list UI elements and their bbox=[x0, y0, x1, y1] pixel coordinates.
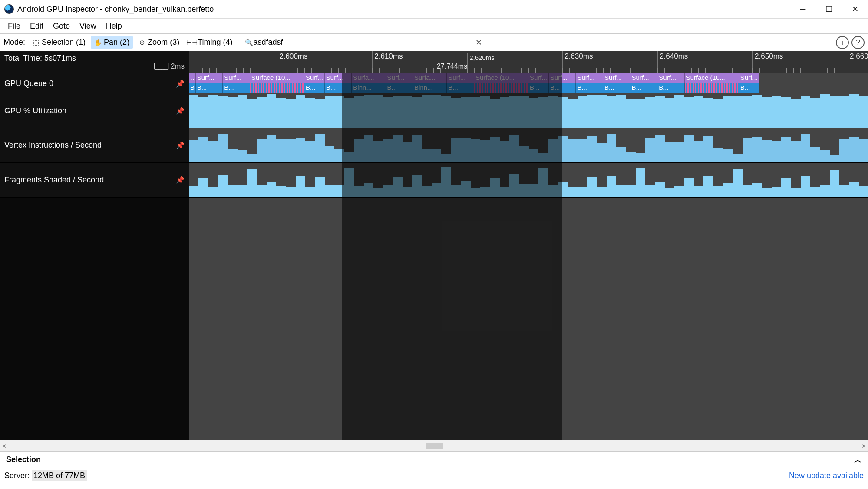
surface-block[interactable]: Surf... bbox=[576, 73, 603, 83]
status-server-label: Server: bbox=[4, 471, 30, 480]
range-label: 27.744ms bbox=[437, 63, 467, 70]
surface-block[interactable]: Surf... bbox=[528, 73, 549, 83]
menu-view[interactable]: View bbox=[75, 20, 101, 33]
ruler[interactable]: 2,600ms 2,610ms 2,620ms 2,630ms 2,640ms … bbox=[189, 51, 868, 73]
binning-block[interactable]: B... bbox=[657, 83, 685, 93]
surface-block[interactable]: Surfa... bbox=[413, 73, 447, 83]
surface-block[interactable]: Surf... bbox=[196, 73, 223, 83]
pin-icon[interactable]: 📌 bbox=[176, 141, 185, 149]
scroll-left[interactable]: < bbox=[3, 443, 6, 449]
surface-block[interactable]: Surf... bbox=[549, 73, 576, 83]
track-fragments: Fragments Shaded / Second 📌 bbox=[0, 162, 868, 197]
search-box[interactable]: 🔍 ✕ bbox=[242, 36, 485, 49]
window-controls: ─ ☐ ✕ bbox=[790, 0, 868, 18]
binning-block[interactable] bbox=[474, 83, 528, 93]
binning-block[interactable]: B... bbox=[386, 83, 413, 93]
maximize-button[interactable]: ☐ bbox=[816, 0, 842, 18]
track-content-fragments[interactable] bbox=[189, 163, 868, 197]
binning-block[interactable]: B... bbox=[549, 83, 576, 93]
binning-block[interactable]: B... bbox=[304, 83, 325, 93]
binning-block[interactable]: B... bbox=[196, 83, 223, 93]
surface-block[interactable]: Surf... bbox=[739, 73, 759, 83]
menu-help[interactable]: Help bbox=[102, 20, 126, 33]
title-bar: Android GPU Inspector - chonky_bender_vu… bbox=[0, 0, 868, 19]
binning-block[interactable] bbox=[685, 83, 739, 93]
mode-selection[interactable]: ⬚ Selection (1) bbox=[29, 36, 89, 49]
zoom-icon: ⊕ bbox=[138, 39, 146, 46]
track-label-fragments: Fragments Shaded / Second bbox=[4, 175, 104, 185]
scale-label: 2ms bbox=[171, 62, 185, 71]
surface-block[interactable]: Surf... bbox=[223, 73, 250, 83]
status-memory: 12MB of 77MB bbox=[32, 470, 87, 481]
track-label-vertex: Vertex Instructions / Second bbox=[4, 141, 102, 150]
binning-block[interactable]: B... bbox=[576, 83, 603, 93]
pin-icon[interactable]: 📌 bbox=[176, 107, 185, 115]
menu-file[interactable]: File bbox=[3, 20, 25, 33]
selection-icon: ⬚ bbox=[32, 39, 40, 46]
binning-block[interactable]: B... bbox=[630, 83, 658, 93]
surface-block[interactable]: Surf... bbox=[657, 73, 685, 83]
pin-icon[interactable]: 📌 bbox=[176, 176, 185, 184]
timeline-area[interactable]: Total Time: 5s071ms ⌊____⌋ 2ms 2,600ms 2… bbox=[0, 51, 868, 440]
surface-block[interactable]: Surf... bbox=[304, 73, 325, 83]
binning-block[interactable]: B... bbox=[325, 83, 352, 93]
info-icon[interactable]: i bbox=[836, 36, 849, 49]
search-icon: 🔍 bbox=[245, 39, 253, 46]
track-vertex: Vertex Instructions / Second 📌 bbox=[0, 128, 868, 162]
surface-block[interactable]: Surfa... bbox=[352, 73, 386, 83]
binning-block[interactable]: B... bbox=[223, 83, 250, 93]
surface-block[interactable]: … bbox=[189, 73, 196, 83]
pan-icon: ✋ bbox=[94, 39, 102, 46]
track-content-gpu-util[interactable] bbox=[189, 94, 868, 128]
clear-icon[interactable]: ✕ bbox=[475, 38, 482, 47]
scale-bracket: ⌊____⌋ bbox=[153, 62, 168, 71]
app-icon bbox=[4, 4, 14, 14]
total-time: Total Time: 5s071ms bbox=[4, 54, 76, 63]
surface-block[interactable]: Surf... bbox=[386, 73, 413, 83]
binning-block[interactable]: Binn... bbox=[352, 83, 386, 93]
menu-edit[interactable]: Edit bbox=[26, 20, 48, 33]
mode-bar: Mode: ⬚ Selection (1) ✋ Pan (2) ⊕ Zoom (… bbox=[0, 34, 868, 51]
binning-block[interactable]: B... bbox=[603, 83, 630, 93]
surface-block[interactable]: Surface (10... bbox=[685, 73, 739, 83]
track-gpu-queue: GPU Queue 0 📌 …B...Surf...B...Surf...B..… bbox=[0, 73, 868, 94]
surface-block[interactable]: Surf... bbox=[630, 73, 658, 83]
horizontal-scrollbar[interactable]: < > bbox=[0, 440, 868, 451]
menu-bar: File Edit Goto View Help bbox=[0, 19, 868, 34]
surface-block[interactable]: Surf... bbox=[325, 73, 352, 83]
minimize-button[interactable]: ─ bbox=[790, 0, 816, 18]
pin-icon[interactable]: 📌 bbox=[176, 79, 185, 88]
help-icon[interactable]: ? bbox=[851, 36, 865, 49]
scroll-right[interactable]: > bbox=[862, 443, 865, 449]
chevron-up-icon[interactable]: ︿ bbox=[854, 455, 862, 465]
binning-block[interactable]: B... bbox=[447, 83, 474, 93]
update-link[interactable]: New update available bbox=[789, 471, 864, 480]
mode-zoom[interactable]: ⊕ Zoom (3) bbox=[135, 36, 183, 49]
surface-block[interactable]: Surface (10... bbox=[474, 73, 528, 83]
track-content-gpu-queue[interactable]: …B...Surf...B...Surf...B...Surface (10..… bbox=[189, 73, 868, 94]
binning-block[interactable]: B... bbox=[739, 83, 759, 93]
status-bar: Server: 12MB of 77MB New update availabl… bbox=[0, 468, 868, 483]
window-title: Android GPU Inspector - chonky_bender_vu… bbox=[17, 5, 214, 14]
track-empty bbox=[0, 197, 868, 440]
surface-block[interactable]: Surf... bbox=[447, 73, 474, 83]
track-content-vertex[interactable] bbox=[189, 128, 868, 162]
track-label-gpu-queue: GPU Queue 0 bbox=[4, 79, 53, 88]
ruler-row: Total Time: 5s071ms ⌊____⌋ 2ms 2,600ms 2… bbox=[0, 51, 868, 73]
surface-block[interactable]: Surface (10... bbox=[250, 73, 304, 83]
scroll-thumb[interactable] bbox=[426, 443, 443, 449]
menu-goto[interactable]: Goto bbox=[49, 20, 74, 33]
mode-pan[interactable]: ✋ Pan (2) bbox=[91, 36, 133, 49]
mode-timing[interactable]: ⊢⊣ Timing (4) bbox=[185, 36, 236, 49]
selection-panel[interactable]: Selection ︿ bbox=[0, 451, 868, 468]
mode-label: Mode: bbox=[3, 38, 25, 47]
track-gpu-util: GPU % Utilization 📌 bbox=[0, 94, 868, 128]
binning-block[interactable]: B... bbox=[189, 83, 196, 93]
binning-block[interactable]: Binn... bbox=[413, 83, 447, 93]
surface-block[interactable]: Surf... bbox=[603, 73, 630, 83]
close-button[interactable]: ✕ bbox=[842, 0, 868, 18]
selection-label: Selection bbox=[6, 455, 41, 464]
binning-block[interactable] bbox=[250, 83, 304, 93]
search-input[interactable] bbox=[253, 38, 475, 47]
binning-block[interactable]: B... bbox=[528, 83, 549, 93]
